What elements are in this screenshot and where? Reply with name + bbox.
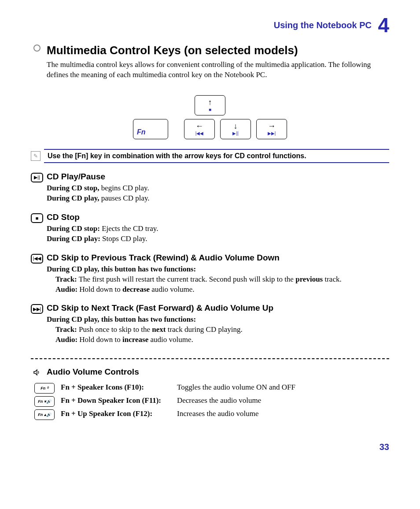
cd-prev-body: During CD play, this button has two func… [47,264,389,295]
text-bold: Track: [55,275,77,283]
text-bold: During CD play, [47,194,99,202]
text: track during CD playing. [166,325,242,334]
key-fn: Fn [133,119,168,139]
volume-row-desc: Increases the audio volume [177,409,259,418]
key-left: ← |◀◀ [184,119,215,139]
cd-play-pause-title: CD Play/Pause [47,172,389,182]
text-bold: decrease [122,285,150,294]
volume-row-desc: Decreases the audio volume [177,396,261,405]
audio-volume-title: Audio Volume Controls [47,367,139,377]
text-bold: next [152,325,166,334]
key-down-media-icon: ▶|| [232,131,238,136]
cd-next-title: CD Skip to Next Track (Fast Forward) & A… [47,303,389,313]
text: audio volume. [148,335,193,344]
text: begins CD play. [99,184,149,192]
text-bold: During CD play, this button has two func… [47,315,196,323]
volume-row-desc: Toggles the audio volume ON and OFF [177,383,295,392]
intro-paragraph: The multimedia control keys allows for c… [47,60,389,80]
decorative-circle-icon [31,44,43,52]
speaker-icon [31,367,43,377]
stop-icon: ■ [31,212,43,223]
text-bold: Audio: [55,285,77,294]
text-bold: During CD stop, [47,184,99,192]
prev-track-icon: |◀◀ [31,253,43,264]
key-up: ↑ ■ [195,95,225,115]
note-callout: ✎ Use the [Fn] key in combination with t… [31,149,389,163]
text-bold: During CD play, this button has two func… [47,265,196,273]
text-bold: previous [295,275,323,283]
volume-row: Fn ⁽⁾ Fn + Speaker Icons (F10): Toggles … [34,383,389,394]
cd-next-body: During CD play, this button has two func… [47,315,389,345]
text: Hold down to [77,285,122,294]
text: audio volume. [150,285,195,294]
text: Hold down to [77,335,122,344]
fn-f10-key-icon: Fn ⁽⁾ [34,383,55,394]
header-section-label: Using the Notebook PC [274,20,372,30]
key-down: ↓ ▶|| [220,119,251,139]
chapter-header: Using the Notebook PC 4 [31,13,389,37]
text-bold: Audio: [55,335,77,344]
text: The first push will restart the current … [77,275,295,283]
fn-f12-key-icon: Fn ▴🔊 [34,409,55,420]
cd-play-pause-body: During CD stop, begins CD play. During C… [47,183,389,204]
text: track. [323,275,341,283]
text-bold: increase [122,335,148,344]
text: Ejects the CD tray. [100,224,158,233]
volume-row-label: Fn + Up Speaker Icon (F12): [61,409,171,418]
key-right: → ▶▶| [256,119,287,139]
volume-row: Fn ▾🔊 Fn + Down Speaker Icon (F11): Decr… [34,396,389,407]
text: Stops CD play. [100,234,147,243]
cd-prev-title: CD Skip to Previous Track (Rewind) & Aud… [47,253,389,263]
text-bold: During CD stop: [47,224,100,233]
note-icon: ✎ [31,151,41,161]
cd-stop-title: CD Stop [47,212,389,222]
page-title: Multimedia Control Keys (on selected mod… [47,44,389,57]
note-text: Use the [Fn] key in combination with the… [44,149,389,163]
keyboard-diagram: ↑ ■ Fn ← |◀◀ ↓ ▶|| → ▶▶| [31,93,389,141]
volume-row-label: Fn + Speaker Icons (F10): [61,383,171,392]
dashed-divider [31,358,389,359]
play-pause-icon: ▶|| [31,172,43,182]
page-number: 33 [31,442,389,452]
key-up-media-icon: ■ [209,107,211,112]
next-track-icon: ▶▶| [31,303,43,314]
fn-f11-key-icon: Fn ▾🔊 [34,396,55,407]
text-bold: Track: [55,325,77,334]
text: Push once to skip to the [77,325,152,334]
volume-row: Fn ▴🔊 Fn + Up Speaker Icon (F12): Increa… [34,409,389,420]
cd-stop-body: During CD stop: Ejects the CD tray. Duri… [47,224,389,244]
text: pauses CD play. [99,194,150,202]
key-left-media-icon: |◀◀ [195,131,204,136]
text-bold: During CD play: [47,234,100,243]
key-right-media-icon: ▶▶| [268,131,276,136]
volume-row-label: Fn + Down Speaker Icon (F11): [61,396,171,405]
header-chapter-number: 4 [378,14,389,37]
